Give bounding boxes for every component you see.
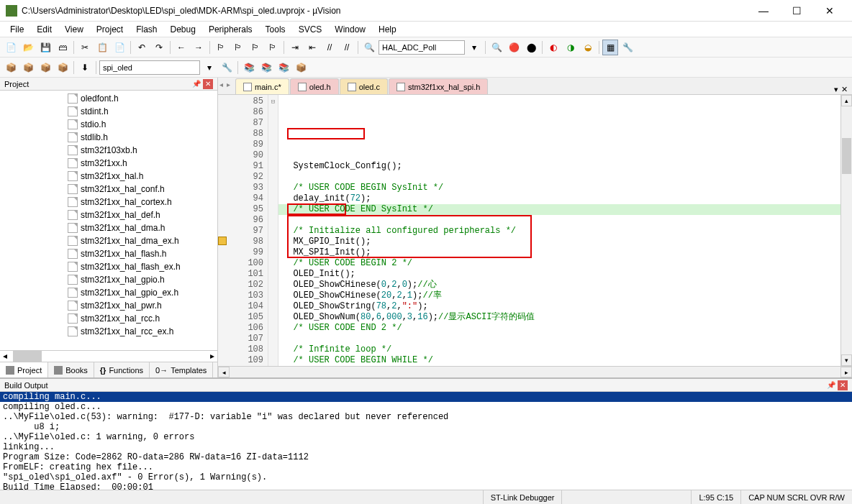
maximize-button[interactable]: ☐ [780,0,813,22]
find-next-icon[interactable]: ▾ [466,40,482,55]
tree-item[interactable]: stm32f1xx_hal_def.h [0,209,217,221]
menu-help[interactable]: Help [373,23,402,36]
download-icon[interactable]: ⬇ [77,60,93,75]
tab-functions[interactable]: {}Functions [94,362,150,377]
pack-icon[interactable]: 📦 [293,60,309,75]
pin-icon[interactable]: 📌 [191,79,201,89]
build-line[interactable]: ..\MyFile\oled.c(53): warning: #177-D: v… [0,412,852,422]
pane-close-icon[interactable]: ✕ [203,79,213,89]
build-line[interactable]: compiling main.c... [0,392,852,402]
tree-item[interactable]: stm32f1xx_hal_flash.h [0,247,217,260]
bookmark-icon[interactable]: 🏳 [213,40,229,55]
code-area[interactable]: 8586878889909192939495969798991001011021… [218,95,852,366]
tree-item[interactable]: stm32f1xx_hal_conf.h [0,183,217,196]
tree-item[interactable]: stm32f1xx_hal_pwr.h [0,299,217,312]
menu-edit[interactable]: Edit [31,23,58,36]
menu-file[interactable]: File [4,23,30,36]
file-tab[interactable]: oled.h [290,78,339,94]
run-icon[interactable]: ◐ [545,40,561,55]
saveall-icon[interactable]: 🗃 [55,40,71,55]
tree-hscroll[interactable]: ◂ ▸ [0,350,217,362]
tab-nav-right-icon[interactable]: ▸ [227,81,234,88]
new-icon[interactable]: 📄 [3,40,19,55]
rebuild-icon[interactable]: 📦 [37,60,53,75]
tab-books[interactable]: Books [48,362,94,377]
tab-project[interactable]: Project [0,362,48,377]
paste-icon[interactable]: 📄 [112,40,127,55]
insert-icon[interactable]: ⬤ [523,40,539,55]
tree-item[interactable]: stdlib.h [0,131,217,144]
editor-vscroll[interactable]: ▴ ▾ [840,95,852,366]
comment-icon[interactable]: // [322,40,337,55]
build-pin-icon[interactable]: 📌 [826,380,836,390]
file-tab[interactable]: main.c* [235,78,289,94]
stop-icon[interactable]: ◑ [563,40,579,55]
reset-icon[interactable]: ◒ [580,40,596,55]
build-line[interactable]: compiling oled.c... [0,402,852,412]
open-icon[interactable]: 📂 [20,40,36,55]
tree-item[interactable]: stm32f1xx_hal_cortex.h [0,196,217,209]
target-dropdown-icon[interactable]: ▾ [201,60,217,75]
menu-project[interactable]: Project [91,23,129,36]
books-icon[interactable]: 📚 [258,60,274,75]
build-line[interactable]: ..\MyFile\oled.c: 1 warning, 0 errors [0,432,852,442]
build-line[interactable]: u8 i; [0,422,852,432]
close-button[interactable]: ✕ [813,0,846,22]
tree-item[interactable]: stm32f1xx_hal_flash_ex.h [0,260,217,273]
save-icon[interactable]: 💾 [37,40,53,55]
scroll-left-icon[interactable]: ◂ [218,367,230,377]
tree-item[interactable]: stm32f1xx_hal.h [0,170,217,183]
build-icon[interactable]: 📦 [20,60,36,75]
undo-icon[interactable]: ↶ [134,40,150,55]
find-combo[interactable]: HAL_ADC_Poll [379,40,465,55]
bookmark-clear-icon[interactable]: 🏳 [265,40,281,55]
file-tab[interactable]: stm32f1xx_hal_spi.h [389,78,488,94]
tree-item[interactable]: stm32f103xb.h [0,144,217,157]
batch-build-icon[interactable]: 📦 [55,60,71,75]
redo-icon[interactable]: ↷ [151,40,167,55]
build-line[interactable]: linking... [0,442,852,452]
file-tab[interactable]: oled.c [340,78,388,94]
build-close-icon[interactable]: ✕ [838,380,848,390]
manage-icon[interactable]: 📚 [241,60,257,75]
menu-peripherals[interactable]: Peripherals [203,23,258,36]
bookmark-next-icon[interactable]: 🏳 [248,40,263,55]
tab-menu-icon[interactable]: ▾ [834,85,838,94]
translate-icon[interactable]: 📦 [3,60,19,75]
menu-view[interactable]: View [59,23,89,36]
tree-item[interactable]: stdint.h [0,105,217,118]
tree-item[interactable]: stm32f1xx_hal_dma.h [0,221,217,234]
scroll-up-icon[interactable]: ▴ [841,95,852,106]
tree-item[interactable]: stm32f1xx_hal_rcc_ex.h [0,325,217,338]
nav-fwd-icon[interactable]: → [191,40,207,55]
tree-item[interactable]: stm32f1xx_hal_gpio_ex.h [0,286,217,299]
menu-tools[interactable]: Tools [260,23,291,36]
code-text[interactable]: SystemClock_Config(); /* USER CODE BEGIN… [278,95,840,366]
nav-back-icon[interactable]: ← [173,40,189,55]
options-icon[interactable]: 🔧 [219,60,235,75]
tab-nav-left-icon[interactable]: ◂ [219,81,227,88]
uncomment-icon[interactable]: // [339,40,355,55]
cut-icon[interactable]: ✂ [77,40,93,55]
menu-debug[interactable]: Debug [165,23,201,36]
indent-icon[interactable]: ⇥ [287,40,303,55]
copy-icon[interactable]: 📋 [94,40,110,55]
toolbox-icon[interactable]: 🔧 [620,40,635,55]
build-line[interactable]: "spi_oled\spi_oled.axf" - 0 Error(s), 1 … [0,472,852,482]
fold-gutter[interactable]: ⊟ [268,95,278,366]
tab-close-icon[interactable]: ✕ [841,85,848,94]
tree-item[interactable]: stm32f1xx_hal_rcc.h [0,312,217,325]
menu-flash[interactable]: Flash [130,23,163,36]
build-output-text[interactable]: compiling main.c...compiling oled.c.....… [0,392,852,490]
build-line[interactable]: FromELF: creating hex file... [0,462,852,472]
outdent-icon[interactable]: ⇤ [304,40,320,55]
project-tree[interactable]: oledfont.hstdint.hstdio.hstdlib.hstm32f1… [0,91,217,350]
tab-templates[interactable]: 0→Templates [150,362,213,377]
editor-hscroll[interactable]: ◂ ▸ [218,366,852,377]
bookmark-prev-icon[interactable]: 🏳 [230,40,246,55]
tree-item[interactable]: stm32f1xx.h [0,157,217,170]
tree-item[interactable]: stdio.h [0,118,217,131]
scroll-right-icon[interactable]: ▸ [840,367,852,377]
window-icon[interactable]: ▦ [602,40,618,55]
debug-icon[interactable]: 🔍 [489,40,504,55]
